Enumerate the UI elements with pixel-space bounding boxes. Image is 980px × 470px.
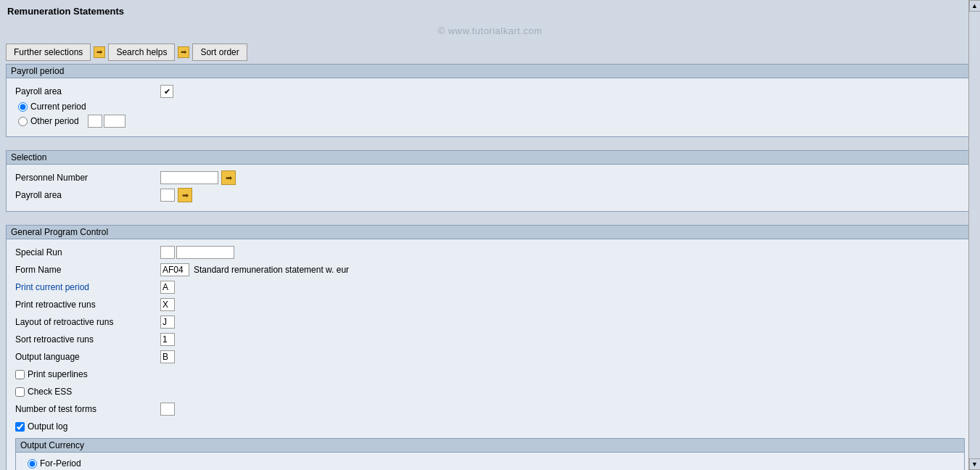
other-period-row: Other period	[18, 115, 965, 128]
output-currency-body: For-Period In-Period	[16, 453, 964, 470]
payroll-area-row: Payroll area ✔	[15, 84, 965, 99]
output-log-label: Output log	[28, 421, 67, 432]
scroll-up-button[interactable]: ▲	[969, 0, 981, 12]
layout-retroactive-row: Layout of retroactive runs	[15, 315, 965, 329]
page-title: Remuneration Statements	[7, 6, 124, 17]
check-ess-row: Check ESS	[15, 384, 965, 399]
selection-payroll-area-row: Payroll area ➡	[15, 188, 965, 202]
selection-payroll-area-label: Payroll area	[15, 190, 160, 200]
further-selections-button[interactable]: Further selections	[6, 44, 91, 61]
selection-header: Selection	[7, 151, 973, 165]
sort-retroactive-row: Sort retroactive runs	[15, 332, 965, 347]
layout-retroactive-label: Layout of retroactive runs	[15, 317, 160, 327]
output-log-label-container[interactable]: Output log	[15, 421, 67, 432]
selection-payroll-area-nav-button[interactable]: ➡	[178, 188, 192, 202]
personnel-number-row: Personnel Number ➡	[15, 170, 965, 185]
print-superlines-row: Print superlines	[15, 367, 965, 382]
sort-retroactive-label: Sort retroactive runs	[15, 334, 160, 345]
selection-payroll-area-input[interactable]	[160, 189, 175, 202]
for-period-row: For-Period	[28, 458, 955, 469]
check-ess-label-container[interactable]: Check ESS	[15, 387, 72, 397]
output-log-row: Output log	[15, 419, 965, 434]
output-log-checkbox[interactable]	[15, 422, 25, 432]
form-name-label: Form Name	[15, 265, 160, 275]
general-program-control-section: General Program Control Special Run Form…	[6, 225, 974, 470]
output-language-input[interactable]	[160, 350, 175, 363]
payroll-period-body: Payroll area ✔ Current period Other peri…	[7, 78, 973, 136]
main-content: Payroll period Payroll area ✔ Current pe…	[0, 64, 980, 470]
print-current-period-label: Print current period	[15, 282, 160, 292]
layout-retroactive-input[interactable]	[160, 316, 175, 329]
personnel-number-nav-button[interactable]: ➡	[221, 170, 236, 185]
special-run-input-2[interactable]	[176, 246, 234, 259]
search-helps-button[interactable]: Search helps	[108, 44, 175, 61]
special-run-input-1[interactable]	[160, 246, 175, 259]
number-of-test-forms-label: Number of test forms	[15, 404, 160, 414]
current-period-label: Current period	[30, 102, 86, 112]
print-retroactive-runs-input[interactable]	[160, 298, 175, 311]
payroll-period-section: Payroll period Payroll area ✔ Current pe…	[6, 64, 974, 137]
sort-order-button[interactable]: Sort order	[192, 44, 247, 61]
print-superlines-checkbox[interactable]	[15, 370, 25, 379]
sort-retroactive-input[interactable]	[160, 333, 175, 346]
selection-section: Selection Personnel Number ➡ Payroll are…	[6, 150, 974, 212]
payroll-area-checkbox[interactable]: ✔	[160, 85, 173, 98]
output-currency-header: Output Currency	[16, 439, 964, 453]
print-current-period-input[interactable]	[160, 281, 175, 294]
form-name-input[interactable]	[160, 263, 189, 276]
general-program-control-header: General Program Control	[7, 226, 973, 239]
personnel-number-input[interactable]	[160, 171, 218, 184]
print-retroactive-runs-row: Print retroactive runs	[15, 297, 965, 312]
print-current-period-row: Print current period	[15, 280, 965, 294]
current-period-row: Current period	[18, 102, 965, 112]
scroll-down-button[interactable]: ▼	[969, 458, 981, 470]
other-period-label: Other period	[30, 116, 79, 126]
special-run-label: Special Run	[15, 247, 160, 257]
payroll-period-header: Payroll period	[7, 65, 973, 78]
personnel-number-label: Personnel Number	[15, 173, 160, 183]
scrollbar-right: ▲ ▼	[968, 0, 980, 470]
other-period-input-2[interactable]	[104, 115, 125, 128]
general-program-control-body: Special Run Form Name Standard remunerat…	[7, 239, 973, 470]
number-of-test-forms-row: Number of test forms	[15, 402, 965, 416]
for-period-radio[interactable]	[28, 459, 37, 469]
current-period-radio[interactable]	[18, 102, 28, 112]
toolbar: Further selections ➡ Search helps ➡ Sort…	[0, 41, 980, 64]
output-language-row: Output language	[15, 350, 965, 364]
form-name-row: Form Name Standard remuneration statemen…	[15, 263, 965, 277]
check-ess-label: Check ESS	[28, 387, 72, 397]
special-run-row: Special Run	[15, 245, 965, 260]
further-selections-arrow-icon: ➡	[94, 46, 105, 58]
print-superlines-label-container[interactable]: Print superlines	[15, 369, 88, 379]
other-period-input-1[interactable]	[88, 115, 102, 128]
payroll-area-label: Payroll area	[15, 86, 160, 96]
watermark: © www.tutorialkart.com	[0, 22, 980, 41]
print-superlines-label: Print superlines	[28, 369, 88, 379]
form-name-description: Standard remuneration statement w. eur	[194, 265, 349, 275]
search-helps-arrow-icon: ➡	[178, 46, 189, 58]
selection-body: Personnel Number ➡ Payroll area ➡	[7, 165, 973, 211]
check-ess-checkbox[interactable]	[15, 387, 25, 397]
print-retroactive-runs-label: Print retroactive runs	[15, 300, 160, 310]
for-period-label: For-Period	[40, 458, 81, 469]
other-period-radio[interactable]	[18, 117, 28, 126]
title-bar: Remuneration Statements	[0, 0, 980, 22]
output-currency-section: Output Currency For-Period In-Period	[15, 438, 965, 470]
output-language-label: Output language	[15, 352, 160, 362]
number-of-test-forms-input[interactable]	[160, 403, 175, 416]
